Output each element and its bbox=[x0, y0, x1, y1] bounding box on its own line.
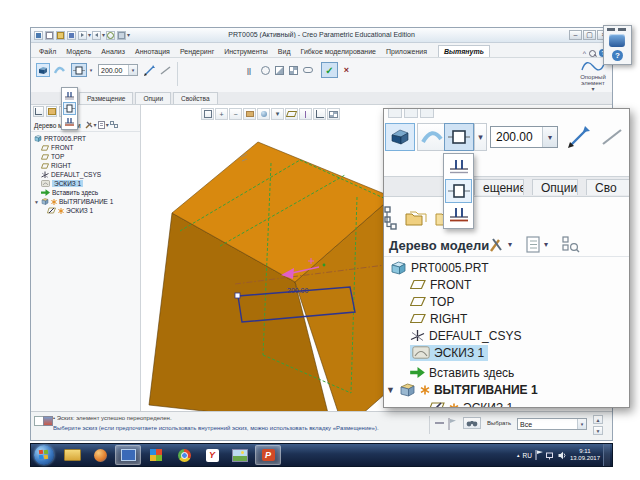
command-search-icon[interactable] bbox=[589, 50, 596, 57]
attached-preview-button[interactable] bbox=[287, 63, 300, 77]
depth-dimension-label[interactable]: 200.00 bbox=[287, 287, 309, 294]
tree-row-extrude-sketch[interactable]: ЭСКИЗ 1 bbox=[47, 206, 93, 215]
taskbar-photo-viewer[interactable] bbox=[227, 445, 253, 465]
inset-tree-label[interactable]: TOP bbox=[430, 295, 454, 309]
inset-tree-tools-icon[interactable] bbox=[488, 236, 504, 253]
zoom-in-button[interactable]: + bbox=[215, 108, 228, 120]
inset-tree-label[interactable]: Вставить здесь bbox=[429, 366, 514, 380]
plane-display-button[interactable] bbox=[285, 108, 298, 120]
inset-depth-option-through-all[interactable] bbox=[445, 203, 472, 227]
inset-tab-options[interactable]: Опции bbox=[532, 179, 578, 195]
inset-flip-direction-button[interactable] bbox=[566, 123, 592, 151]
verify-button[interactable] bbox=[301, 63, 314, 77]
tab-applications[interactable]: Приложения bbox=[381, 46, 432, 57]
tree-label[interactable]: FRONT bbox=[51, 144, 73, 151]
inset-tree-row-top[interactable]: TOP bbox=[410, 293, 454, 310]
remove-material-button[interactable] bbox=[158, 63, 172, 77]
message-scroll-down[interactable]: ▼ bbox=[593, 426, 603, 435]
selection-filter-combo[interactable]: Все ▾ bbox=[517, 418, 587, 430]
datum-group-label[interactable]: Опорный элемент bbox=[576, 74, 610, 86]
depth-option-to-next[interactable] bbox=[63, 89, 76, 102]
inset-tree-label[interactable]: DEFAULT_CSYS bbox=[429, 329, 521, 343]
tab-extrude-active[interactable]: Вытянуть bbox=[438, 45, 490, 57]
tree-row-top[interactable]: TOP bbox=[41, 152, 64, 161]
tab-analysis[interactable]: Анализ bbox=[96, 46, 130, 57]
tree-label[interactable]: RIGHT bbox=[51, 162, 71, 169]
tree-label[interactable]: ЭСКИЗ 1 bbox=[66, 207, 93, 214]
taskbar-office-app[interactable] bbox=[143, 445, 169, 465]
inset-tab-placement-clipped[interactable]: ещение bbox=[474, 179, 524, 195]
taskbar-active-app[interactable] bbox=[115, 445, 141, 465]
taskbar-explorer[interactable] bbox=[59, 445, 85, 465]
hidden-icons-caret[interactable]: ▴ bbox=[517, 452, 520, 458]
collapse-ribbon-icon[interactable]: ^ bbox=[583, 50, 586, 57]
tab-placement[interactable]: Размещение bbox=[79, 92, 133, 104]
no-preview-button[interactable] bbox=[259, 63, 272, 77]
tree-settings-icon[interactable] bbox=[110, 121, 118, 129]
inset-depth-option-button[interactable] bbox=[444, 123, 474, 151]
surface-type-button[interactable] bbox=[52, 63, 66, 77]
taskbar-chrome[interactable] bbox=[171, 445, 197, 465]
undo-caret-icon[interactable]: ▾ bbox=[88, 32, 91, 38]
tray-network-icon[interactable] bbox=[546, 451, 555, 460]
datum-sine-icon[interactable] bbox=[581, 60, 605, 73]
shading-style-button[interactable] bbox=[257, 108, 270, 120]
csys-display-button[interactable] bbox=[313, 108, 326, 120]
cancel-button[interactable]: × bbox=[340, 62, 353, 78]
open-file-icon[interactable] bbox=[56, 31, 65, 40]
tree-row-insert-here[interactable]: Вставить здесь bbox=[41, 188, 98, 197]
depth-option-button[interactable] bbox=[71, 63, 87, 77]
tab-view[interactable]: Вид bbox=[273, 46, 296, 57]
tree-tools-icon[interactable] bbox=[85, 121, 93, 129]
inset-tree-label[interactable]: ВЫТЯГИВАНИЕ 1 bbox=[434, 383, 538, 397]
inset-tree-row-sketch1[interactable]: ЭСКИЗ 1 bbox=[410, 344, 488, 361]
redo-caret-icon[interactable]: ▾ bbox=[102, 32, 105, 38]
ok-button[interactable]: ✓ bbox=[321, 62, 338, 78]
app-icon[interactable] bbox=[34, 31, 43, 40]
tree-label[interactable]: PRT0005.PRT bbox=[44, 135, 86, 142]
inset-tree-label-selected[interactable]: ЭСКИЗ 1 bbox=[434, 346, 484, 360]
inset-depth-value[interactable]: 200.00 bbox=[491, 130, 542, 144]
depth-value-caret-icon[interactable]: ▾ bbox=[128, 65, 137, 75]
inset-tree-label[interactable]: RIGHT bbox=[430, 312, 467, 326]
find-button[interactable] bbox=[463, 417, 481, 429]
tree-row-right[interactable]: RIGHT bbox=[41, 161, 71, 170]
taskbar-media-player[interactable] bbox=[87, 445, 113, 465]
windows-icon[interactable] bbox=[117, 31, 126, 40]
tray-clock[interactable]: 9:11 13.09.2017 bbox=[570, 448, 600, 462]
display-style-caret[interactable]: ▾ bbox=[271, 108, 284, 120]
inset-solid-type-button[interactable] bbox=[385, 123, 415, 151]
inset-tree-row-insert-here[interactable]: Вставить здесь bbox=[410, 364, 514, 381]
inset-depth-value-caret-icon[interactable]: ▾ bbox=[542, 127, 557, 147]
flip-direction-button[interactable] bbox=[142, 63, 156, 77]
inset-tree-row-extrude-sketch-partial[interactable]: ЭСКИЗ 1 bbox=[428, 399, 513, 408]
model-tree-view-icon[interactable] bbox=[33, 106, 44, 117]
inset-remove-material-button[interactable] bbox=[598, 123, 626, 151]
inset-depth-option-blind[interactable] bbox=[445, 179, 472, 203]
save-icon[interactable] bbox=[67, 31, 76, 40]
show-desktop-button[interactable] bbox=[603, 444, 610, 466]
expand-triangle-icon[interactable]: ▼ bbox=[34, 199, 39, 205]
selection-filter-value[interactable]: Все bbox=[518, 421, 577, 428]
zoom-out-button[interactable]: − bbox=[229, 108, 242, 120]
pause-button[interactable]: || bbox=[243, 63, 255, 77]
taskbar-yandex[interactable]: Y bbox=[199, 445, 225, 465]
inset-tree-tools-caret-icon[interactable]: ▾ bbox=[508, 240, 512, 249]
inset-depth-option-to-next[interactable] bbox=[445, 155, 472, 179]
depth-option-blind[interactable] bbox=[63, 102, 76, 115]
inset-tree-row-extrude[interactable]: ▼ ВЫТЯГИВАНИЕ 1 bbox=[386, 381, 538, 398]
inset-depth-value-combo[interactable]: 200.00 ▾ bbox=[490, 126, 558, 148]
regenerate-icon[interactable] bbox=[106, 31, 115, 40]
tree-row-front[interactable]: FRONT bbox=[41, 143, 73, 152]
tree-row-part[interactable]: PRT0005.PRT bbox=[34, 134, 86, 143]
selection-filter-caret-icon[interactable]: ▾ bbox=[577, 419, 586, 429]
tab-annotate[interactable]: Аннотация bbox=[130, 46, 175, 57]
axis-display-button[interactable] bbox=[299, 108, 312, 120]
tree-label[interactable]: ВЫТЯГИВАНИЕ 1 bbox=[59, 198, 113, 205]
inset-tab-properties-clipped[interactable]: Сво bbox=[586, 179, 630, 195]
maximize-button[interactable]: ▢ bbox=[583, 30, 596, 40]
inset-tree-view-icon[interactable] bbox=[383, 205, 398, 231]
unattached-preview-button[interactable] bbox=[273, 63, 286, 77]
inset-tree-label[interactable]: ЭСКИЗ 1 bbox=[463, 401, 513, 409]
inset-tree-filters-icon[interactable] bbox=[526, 236, 541, 253]
